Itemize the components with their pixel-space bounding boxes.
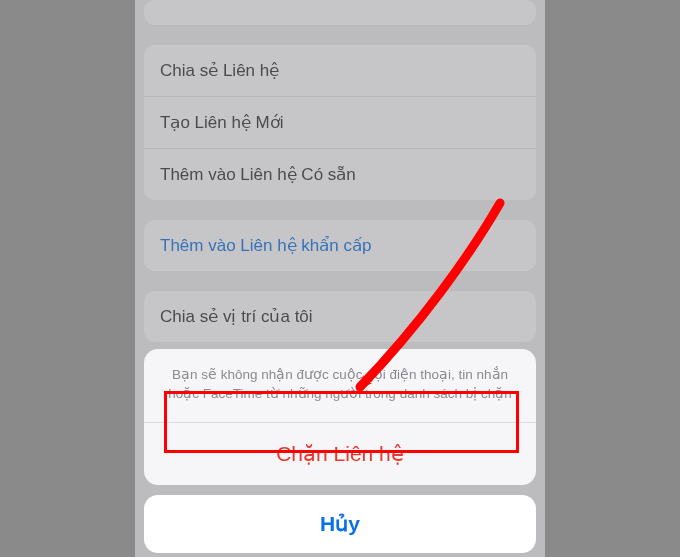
- cancel-card: Hủy: [144, 495, 536, 553]
- action-sheet-message: Bạn sẽ không nhận được cuộc gọi điện tho…: [144, 349, 536, 423]
- action-sheet: Bạn sẽ không nhận được cuộc gọi điện tho…: [144, 349, 536, 553]
- block-contact-button[interactable]: Chặn Liên hệ: [144, 423, 536, 485]
- cancel-button[interactable]: Hủy: [144, 495, 536, 553]
- action-sheet-card: Bạn sẽ không nhận được cuộc gọi điện tho…: [144, 349, 536, 485]
- phone-frame: Chia sẻ Liên hệ Tạo Liên hệ Mới Thêm vào…: [135, 0, 545, 557]
- screenshot-stage: Chia sẻ Liên hệ Tạo Liên hệ Mới Thêm vào…: [0, 0, 680, 557]
